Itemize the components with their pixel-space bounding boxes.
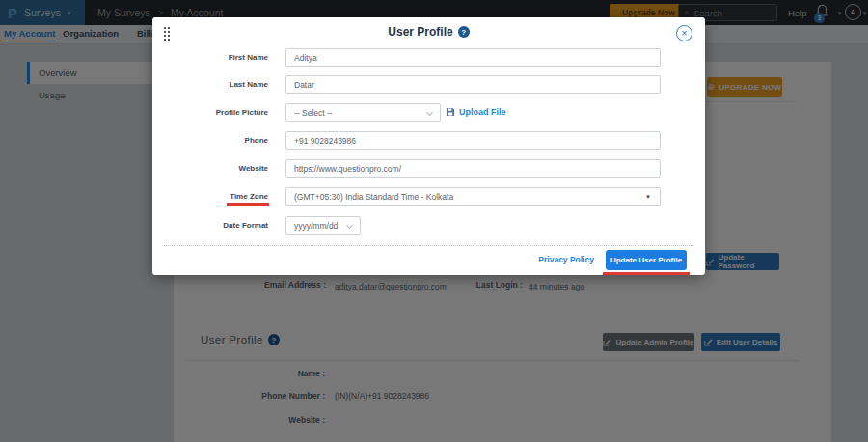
website-label: Website bbox=[172, 164, 268, 173]
submit-red-underline bbox=[603, 272, 690, 275]
last-name-label: Last Name bbox=[172, 80, 268, 89]
time-zone-red-underline bbox=[227, 203, 269, 206]
first-name-field[interactable] bbox=[285, 48, 661, 67]
chevron-down-icon bbox=[426, 109, 433, 116]
modal-title: User Profile bbox=[388, 25, 452, 39]
modal-header: User Profile ? bbox=[152, 25, 705, 39]
time-zone-select[interactable]: (GMT+05:30) India Standard Time - Kolkat… bbox=[285, 187, 661, 206]
date-format-select[interactable]: yyyy/mm/dd bbox=[285, 216, 361, 235]
profile-picture-value: -- Select -- bbox=[294, 108, 333, 118]
close-icon[interactable]: × bbox=[676, 25, 692, 41]
user-profile-modal: User Profile ? × First Name Last Name Pr… bbox=[152, 17, 705, 275]
chevron-down-icon bbox=[346, 222, 353, 229]
upload-file-label: Upload File bbox=[459, 107, 506, 117]
caret-down-icon: ▼ bbox=[645, 194, 651, 200]
date-format-label: Date Format bbox=[172, 221, 268, 230]
upload-file-link[interactable]: Upload File bbox=[446, 107, 506, 117]
privacy-policy-link[interactable]: Privacy Policy bbox=[538, 255, 594, 264]
help-circle-icon[interactable]: ? bbox=[458, 26, 470, 38]
footer-divider bbox=[164, 245, 693, 246]
time-zone-value: (GMT+05:30) India Standard Time - Kolkat… bbox=[294, 192, 453, 202]
phone-field[interactable] bbox=[285, 131, 661, 150]
time-zone-label: Time Zone bbox=[172, 192, 268, 201]
date-format-value: yyyy/mm/dd bbox=[294, 221, 338, 231]
screen: P Surveys ▾ My Surveys > My Account Upgr… bbox=[0, 0, 868, 442]
last-name-field[interactable] bbox=[285, 75, 661, 94]
update-user-profile-button[interactable]: Update User Profile bbox=[606, 250, 687, 270]
phone-label: Phone bbox=[172, 136, 268, 145]
profile-picture-label: Profile Picture bbox=[172, 108, 268, 117]
website-field[interactable] bbox=[285, 159, 661, 178]
floppy-disk-icon bbox=[446, 107, 455, 117]
first-name-label: First Name bbox=[172, 53, 268, 62]
profile-picture-select[interactable]: -- Select -- bbox=[285, 103, 441, 122]
